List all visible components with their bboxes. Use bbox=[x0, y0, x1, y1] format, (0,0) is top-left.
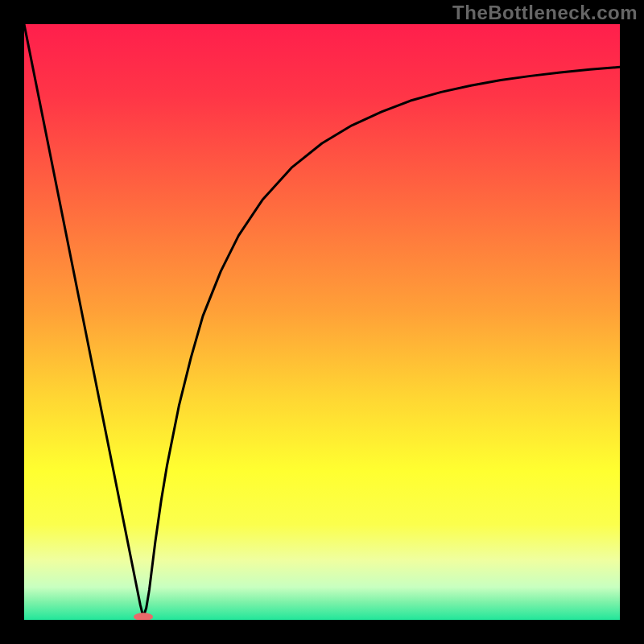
plot-area bbox=[24, 24, 620, 620]
gradient-background bbox=[24, 24, 620, 620]
chart-frame: TheBottleneck.com bbox=[0, 0, 644, 644]
watermark-text: TheBottleneck.com bbox=[452, 2, 638, 24]
chart-svg bbox=[24, 24, 620, 620]
